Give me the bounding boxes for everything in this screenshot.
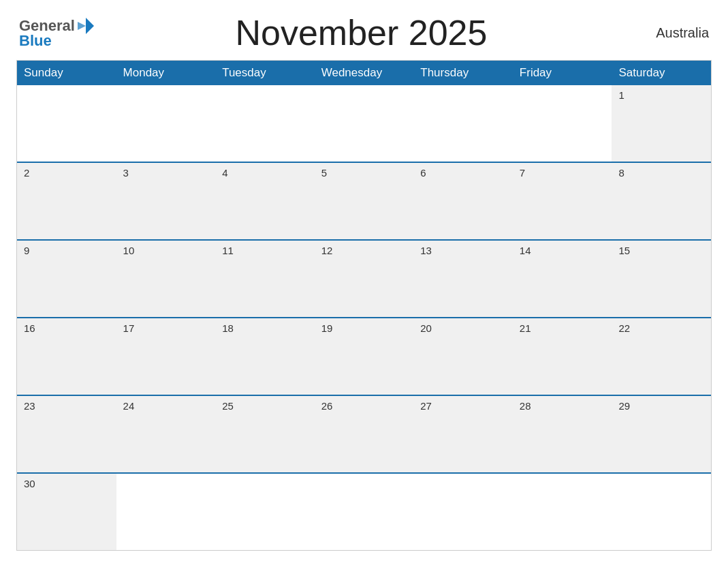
day-cell: 14 <box>513 241 612 317</box>
day-cell: 20 <box>413 318 513 395</box>
day-cell <box>315 85 414 162</box>
day-number: 16 <box>24 322 110 334</box>
day-cell: 7 <box>513 163 612 239</box>
day-cell: 4 <box>215 163 315 239</box>
day-number: 9 <box>24 245 110 256</box>
day-cell <box>116 85 216 162</box>
day-header-wednesday: Wednesday <box>315 61 414 85</box>
day-header-monday: Monday <box>116 61 216 85</box>
day-cell: 17 <box>116 318 216 395</box>
day-number: 1 <box>618 89 704 101</box>
page: General Blue November 2025 Australia Sun… <box>0 0 728 563</box>
day-cell: 29 <box>612 396 711 472</box>
day-cell: 18 <box>215 318 315 395</box>
day-cell <box>612 474 711 550</box>
day-cell: 8 <box>612 163 711 239</box>
day-cell <box>413 474 513 550</box>
week-row-5: 30 <box>17 472 711 550</box>
day-cell: 23 <box>17 396 116 472</box>
day-cell: 19 <box>315 318 414 395</box>
day-cell: 12 <box>315 241 414 317</box>
day-number: 26 <box>321 400 407 412</box>
day-header-thursday: Thursday <box>413 61 513 85</box>
day-cell: 24 <box>116 396 216 472</box>
day-cell <box>17 85 116 162</box>
day-number: 13 <box>420 245 506 256</box>
day-headers: Sunday Monday Tuesday Wednesday Thursday… <box>17 61 711 85</box>
day-cell: 1 <box>612 85 711 162</box>
day-number: 22 <box>618 322 704 334</box>
svg-marker-1 <box>78 22 86 30</box>
day-cell: 5 <box>315 163 414 239</box>
day-number: 14 <box>520 245 605 256</box>
day-number: 6 <box>420 167 506 179</box>
week-row-3: 16171819202122 <box>17 317 711 395</box>
day-number: 24 <box>123 400 209 412</box>
day-cell <box>215 85 315 162</box>
day-cell: 25 <box>215 396 315 472</box>
day-cell: 30 <box>17 474 116 550</box>
week-row-0: 1 <box>17 85 711 162</box>
day-number: 27 <box>420 400 506 412</box>
day-number: 15 <box>618 245 704 256</box>
logo: General Blue <box>19 16 95 49</box>
day-number: 25 <box>222 400 308 412</box>
weeks: 1234567891011121314151617181920212223242… <box>17 85 711 550</box>
day-cell <box>215 474 315 550</box>
day-cell: 9 <box>17 241 116 317</box>
month-title: November 2025 <box>95 12 627 53</box>
day-cell: 3 <box>116 163 216 239</box>
day-cell: 22 <box>612 318 711 395</box>
day-number: 11 <box>222 245 308 256</box>
day-cell <box>513 474 612 550</box>
day-number: 2 <box>24 167 110 179</box>
day-header-friday: Friday <box>513 61 612 85</box>
logo-text: General Blue <box>19 16 95 49</box>
day-number: 19 <box>321 322 407 334</box>
day-header-saturday: Saturday <box>612 61 711 85</box>
svg-marker-0 <box>86 18 94 34</box>
week-row-2: 9101112131415 <box>17 239 711 317</box>
day-cell: 27 <box>413 396 513 472</box>
day-cell: 21 <box>513 318 612 395</box>
calendar: Sunday Monday Tuesday Wednesday Thursday… <box>16 60 712 551</box>
day-number: 23 <box>24 400 110 412</box>
day-cell: 13 <box>413 241 513 317</box>
day-number: 20 <box>420 322 506 334</box>
day-number: 3 <box>123 167 209 179</box>
day-cell: 10 <box>116 241 216 317</box>
week-row-4: 23242526272829 <box>17 395 711 472</box>
day-cell <box>413 85 513 162</box>
day-number: 5 <box>321 167 407 179</box>
day-header-tuesday: Tuesday <box>215 61 315 85</box>
day-cell: 15 <box>612 241 711 317</box>
day-number: 18 <box>222 322 308 334</box>
logo-blue: Blue <box>19 33 95 49</box>
day-cell <box>116 474 216 550</box>
day-cell <box>315 474 414 550</box>
header: General Blue November 2025 Australia <box>16 12 712 53</box>
day-cell: 6 <box>413 163 513 239</box>
country: Australia <box>627 25 709 41</box>
day-number: 10 <box>123 245 209 256</box>
day-number: 29 <box>618 400 704 412</box>
day-header-sunday: Sunday <box>17 61 116 85</box>
day-number: 7 <box>520 167 605 179</box>
day-cell <box>513 85 612 162</box>
week-row-1: 2345678 <box>17 162 711 239</box>
day-cell: 26 <box>315 396 414 472</box>
day-number: 17 <box>123 322 209 334</box>
day-number: 28 <box>520 400 605 412</box>
day-number: 30 <box>24 478 110 489</box>
day-number: 21 <box>520 322 605 334</box>
day-cell: 2 <box>17 163 116 239</box>
day-number: 12 <box>321 245 407 256</box>
day-cell: 16 <box>17 318 116 395</box>
day-cell: 28 <box>513 396 612 472</box>
day-number: 4 <box>222 167 308 179</box>
day-cell: 11 <box>215 241 315 317</box>
day-number: 8 <box>618 167 704 179</box>
